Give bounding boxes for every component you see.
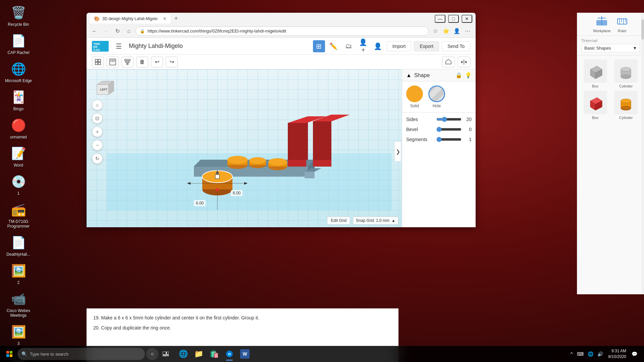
send-to-button[interactable]: Send To	[442, 41, 470, 51]
segments-slider[interactable]	[436, 137, 462, 142]
favorites-icon[interactable]: ☆	[431, 26, 440, 36]
ruler-button[interactable]: Ruler	[616, 15, 628, 33]
desktop-icon-cap-rachel[interactable]: 📄 CAP Rachel	[3, 32, 34, 56]
tab-close-button[interactable]: ✕	[163, 16, 166, 21]
desktop-icon-bingo[interactable]: 🃏 Bingo	[3, 88, 34, 113]
bevel-slider[interactable]	[436, 127, 462, 132]
undo-button[interactable]: ↩	[151, 57, 163, 67]
show-hidden-icon[interactable]: ^	[569, 350, 574, 358]
home-view-button[interactable]: ⌂	[92, 100, 103, 110]
number1-icon: 💿	[10, 174, 26, 190]
viewport-3d[interactable]: LEFT ⌂ ⊡ + − ↻	[87, 69, 476, 227]
shape-item-cylinder-grey[interactable]: Cylinder	[612, 59, 640, 88]
svg-point-39	[249, 157, 266, 164]
taskbar-app-edge[interactable]: 🌐	[176, 347, 191, 361]
delete-button[interactable]: 🗑	[136, 57, 148, 67]
svg-rect-86	[165, 355, 169, 356]
notifications-icon[interactable]: 💬	[630, 350, 639, 358]
zoom-in-button[interactable]: +	[92, 126, 103, 137]
scrollbar[interactable]	[641, 13, 644, 294]
new-tab-button[interactable]: +	[174, 15, 178, 22]
maximize-button[interactable]: □	[448, 15, 459, 23]
collections-icon[interactable]: ⭐	[441, 26, 451, 36]
layers-icon[interactable]: 🗂	[342, 40, 355, 52]
start-button[interactable]	[3, 347, 16, 361]
shape-item-box-grey[interactable]: Box	[581, 59, 609, 88]
desktop-icon-2[interactable]: 🖼️ 2	[3, 261, 34, 286]
export-button[interactable]: Export	[414, 41, 439, 51]
shape-light-icon[interactable]: 💡	[465, 72, 472, 78]
desktop-icon-cisco[interactable]: 📹 Cisco Webex Meetings	[3, 290, 34, 319]
task-view-button[interactable]	[160, 348, 172, 360]
shape-panel-expand[interactable]: ❯	[394, 141, 401, 162]
category-dropdown[interactable]: Basic Shapes ▼	[581, 44, 640, 52]
taskbar-app-edge2[interactable]	[222, 347, 237, 361]
network-icon[interactable]: 🌐	[586, 350, 595, 358]
desktop-icon-word[interactable]: 📝 Word	[3, 144, 34, 169]
shape-properties: Sides 20 Bevel 0 Segments 1	[402, 113, 476, 151]
desktop-icon-deadlyhall[interactable]: 📄 DeathlyHall...	[3, 233, 34, 258]
shapes-library: Workplane Ruler Tinkercad Basic Shapes ▼	[577, 13, 644, 294]
clock-time: 9:31 AM	[608, 348, 626, 354]
back-button[interactable]: ←	[90, 26, 99, 36]
system-clock[interactable]: 9:31 AM 8/10/2020	[606, 347, 629, 361]
minimize-button[interactable]: —	[435, 15, 445, 23]
workplane-button[interactable]: Workplane	[593, 15, 610, 33]
zoom-out-button[interactable]: −	[92, 140, 103, 150]
desktop-icon-3[interactable]: 🖼️ 3	[3, 322, 34, 347]
desktop-icon-recycle-bin[interactable]: 🗑️ Recycle Bin	[3, 3, 34, 28]
desktop-icon-1[interactable]: 💿 1	[3, 172, 34, 197]
tools-icon[interactable]: ✏️	[328, 40, 340, 52]
taskbar-tray: ^ ⌨ 🌐 🔊 9:31 AM 8/10/2020 💬	[567, 347, 641, 361]
volume-icon[interactable]: 🔊	[596, 350, 604, 358]
shape-lock-icon[interactable]: 🔒	[455, 72, 462, 78]
number2-label: 2	[17, 280, 20, 285]
snap-grid-control[interactable]: Snap Grid 1.0 mm ▲	[353, 217, 398, 225]
fit-view-button[interactable]: ⊡	[92, 113, 103, 124]
taskbar-search[interactable]: 🔍 Type here to search	[17, 348, 145, 360]
solid-label: Solid	[410, 104, 419, 108]
user-icon[interactable]: 👤	[452, 26, 462, 36]
taskbar-app-explorer[interactable]: 📁	[191, 347, 206, 361]
menu-icon[interactable]: ⋯	[463, 26, 472, 36]
taskbar-apps: 🌐 📁 🛍️ W	[176, 347, 252, 361]
group-button[interactable]	[92, 57, 104, 67]
align-button[interactable]	[121, 57, 133, 67]
perspective-toggle[interactable]	[442, 57, 455, 67]
home-button[interactable]: ⌂	[124, 26, 133, 36]
grid-view-icon[interactable]: ⊞	[313, 40, 325, 52]
solid-option[interactable]: Solid	[406, 85, 423, 108]
shape-item-box-red[interactable]: Box	[581, 91, 609, 120]
browser-tab-active[interactable]: 🎨 3D design Mighty Lahdi-Migelo ✕	[90, 14, 170, 23]
profile-icon[interactable]: 👤	[372, 40, 384, 52]
import-button[interactable]: Import	[387, 41, 412, 51]
edit-grid-button[interactable]: Edit Grid	[327, 217, 350, 225]
add-user-icon[interactable]: 👤+	[357, 40, 369, 52]
ruler-icon	[616, 15, 628, 27]
forward-button[interactable]: →	[101, 26, 111, 36]
shape-collapse-btn[interactable]: ▲	[406, 72, 412, 78]
desktop-icon-unnamed[interactable]: 🔴 unnamed	[3, 116, 34, 141]
shape-item-cylinder-orange[interactable]: Cylinder	[612, 91, 640, 120]
ungroup-button[interactable]	[107, 57, 119, 67]
taskbar-app-store[interactable]: 🛍️	[207, 347, 221, 361]
svg-rect-80	[10, 351, 12, 354]
desktop-icon-edge[interactable]: 🌐 Microsoft Edge	[3, 60, 34, 84]
desktop-icon-tmd710g[interactable]: 📻 TM-D710G Programmer	[3, 200, 34, 230]
tinkercad-header: TINK ER CAD ☰ Mighty Lahdi-Migelo ⊞ ✏️ 🗂…	[87, 38, 476, 55]
rotate-view-button[interactable]: ↻	[92, 153, 103, 164]
refresh-button[interactable]: ↻	[113, 26, 122, 36]
instruction-step-20: 20. Copy and duplicate the ring once.	[93, 324, 392, 331]
scrollbar-thumb[interactable]	[641, 19, 644, 40]
menu-list-icon[interactable]: ☰	[113, 40, 125, 52]
cortana-button[interactable]: ○	[146, 348, 158, 360]
mirror-button[interactable]	[458, 57, 470, 67]
keyboard-icon[interactable]: ⌨	[576, 350, 585, 358]
sides-slider[interactable]	[436, 117, 462, 122]
edit-toolbar: 🗑 ↩ ↪	[87, 55, 476, 69]
taskbar-app-word[interactable]: W	[237, 347, 252, 361]
address-bar[interactable]: 🔒 https://www.tinkercad.com/things/0Z6fc…	[136, 26, 429, 36]
redo-button[interactable]: ↪	[166, 57, 178, 67]
close-button[interactable]: ✕	[462, 15, 472, 23]
hole-option[interactable]: Hole	[428, 85, 445, 108]
